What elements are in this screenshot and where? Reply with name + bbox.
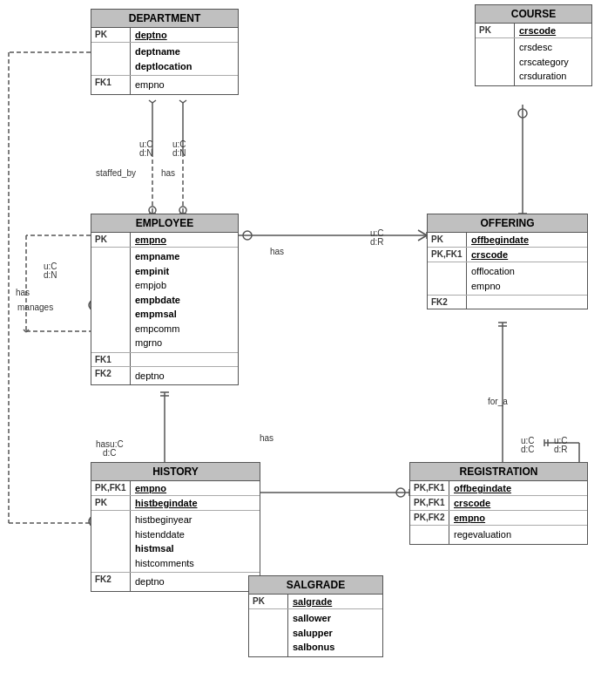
salgrade-title: SALGRADE [249, 576, 382, 595]
svg-line-41 [26, 330, 29, 332]
label-has-hist-reg: has [260, 433, 273, 443]
reg-pk-empty [410, 526, 449, 544]
course-pk-empty [476, 38, 515, 85]
emp-attr-deptno: deptno [135, 369, 165, 384]
sal-attr-salgrade: salgrade [293, 596, 332, 607]
svg-line-34 [149, 100, 152, 103]
dept-pk-empty [91, 43, 131, 75]
history-title: HISTORY [91, 463, 260, 481]
svg-line-35 [152, 100, 156, 103]
dept-attr-deptlocation: deptlocation [135, 59, 192, 74]
label-has-dept-emp: has [161, 168, 175, 178]
label-dn-dept-staffed: d:N [139, 148, 153, 158]
emp-attr-empmsal: empmsal [135, 307, 180, 322]
emp-attr-mgrno: mgrno [135, 336, 180, 350]
course-attr-crscategory: crscategory [519, 55, 569, 70]
dept-pk1: PK [91, 28, 131, 42]
emp-attr-empname: empname [135, 249, 180, 264]
course-pk1: PK [476, 24, 515, 37]
label-dn-manages: d:N [44, 270, 57, 280]
label-dr-reg2: d:R [554, 445, 568, 454]
label-has-left: has [16, 288, 30, 297]
sal-attr-salupper: salupper [293, 626, 334, 641]
history-entity: HISTORY PK,FK1 empno PK histbegindate hi… [91, 462, 260, 592]
emp-attr-empbdate: empbdate [135, 293, 180, 308]
course-attr-crsduration: crsduration [519, 69, 569, 84]
dept-attr-empno: empno [135, 78, 165, 92]
emp-fk1: FK1 [91, 353, 131, 366]
offering-entity: OFFERING PK offbegindate PK,FK1 crscode … [427, 214, 588, 309]
off-pk-empty [428, 262, 467, 295]
emp-pk-empty [91, 248, 131, 352]
dept-attr-deptname: deptname [135, 44, 192, 59]
label-dc-reg1: d:C [521, 445, 535, 454]
reg-attr-crscode: crscode [454, 498, 490, 508]
dept-attr-deptno: deptno [135, 30, 167, 40]
reg-attr-empno: empno [454, 513, 485, 523]
hist-attr-histenddate: histenddate [135, 527, 194, 542]
off-fk2: FK2 [428, 296, 467, 309]
off-attr-offbegindate: offbegindate [471, 234, 529, 245]
svg-line-36 [179, 100, 183, 103]
hist-attr-histbeginyear: histbeginyear [135, 513, 194, 527]
sal-attr-sallower: sallower [293, 611, 334, 626]
hist-pk-empty [91, 511, 131, 572]
emp-pk1: PK [91, 233, 131, 247]
registration-title: REGISTRATION [410, 463, 587, 481]
off-pk1: PK [428, 233, 467, 247]
salgrade-entity: SALGRADE PK salgrade sallower salupper s… [248, 575, 383, 657]
label-dc-hist: d:C [103, 448, 117, 458]
off-pkfk1: PK,FK1 [428, 248, 467, 262]
svg-line-11 [418, 230, 427, 235]
department-title: DEPARTMENT [91, 10, 238, 28]
svg-line-40 [24, 330, 26, 332]
emp-attr-empinit: empinit [135, 264, 180, 279]
svg-point-13 [243, 231, 252, 240]
reg-attr-offbegindate: offbegindate [454, 483, 511, 493]
label-fora: for_a [488, 397, 508, 406]
svg-line-12 [418, 235, 427, 241]
label-dn-dept-has: d:N [172, 148, 186, 158]
hist-attr-deptno: deptno [135, 574, 165, 589]
svg-point-27 [396, 488, 405, 497]
emp-attr-empno: empno [135, 234, 166, 245]
erd-diagram: DEPARTMENT PK deptno deptname deptlocati… [0, 0, 601, 700]
employee-entity: EMPLOYEE PK empno empname empinit empjob… [91, 214, 239, 385]
course-attr-crsdesc: crsdesc [519, 40, 569, 55]
emp-attr-empcomm: empcomm [135, 322, 180, 336]
hist-fk2: FK2 [91, 573, 131, 591]
off-attr-empno: empno [471, 279, 515, 294]
sal-pk-empty [249, 609, 288, 656]
label-manages: manages [17, 302, 53, 312]
hist-attr-histmsal: histmsal [135, 541, 194, 556]
course-title: COURSE [476, 5, 591, 24]
hist-attr-histcomments: histcomments [135, 556, 194, 571]
sal-pk1: PK [249, 595, 288, 608]
offering-title: OFFERING [428, 214, 587, 233]
reg-pkfk1a: PK,FK1 [410, 481, 449, 495]
svg-line-37 [183, 100, 186, 103]
off-attr-crscode: crscode [471, 249, 508, 260]
course-entity: COURSE PK crscode crsdesc crscategory cr… [475, 4, 592, 86]
dept-fk1: FK1 [91, 76, 131, 94]
label-has-emp-off: has [270, 247, 284, 256]
employee-title: EMPLOYEE [91, 214, 238, 233]
label-staffed-by: staffed_by [96, 168, 136, 178]
sal-attr-salbonus: salbonus [293, 640, 334, 655]
hist-attr-histbegindate: histbegindate [135, 498, 198, 508]
emp-attr-empjob: empjob [135, 278, 180, 293]
reg-pkfk2: PK,FK2 [410, 511, 449, 525]
svg-point-17 [518, 109, 527, 118]
off-attr-offlocation: offlocation [471, 264, 515, 279]
svg-point-30 [149, 207, 156, 214]
registration-entity: REGISTRATION PK,FK1 offbegindate PK,FK1 … [409, 462, 588, 545]
course-attr-crscode: crscode [519, 25, 556, 36]
department-entity: DEPARTMENT PK deptno deptname deptlocati… [91, 9, 239, 95]
reg-attr-regevaluation: regevaluation [454, 527, 511, 542]
hist-pkfk1: PK,FK1 [91, 481, 131, 495]
hist-attr-empno: empno [135, 483, 166, 493]
label-dr-off: d:R [370, 237, 384, 247]
emp-fk2: FK2 [91, 367, 131, 385]
reg-pkfk1b: PK,FK1 [410, 496, 449, 510]
svg-point-32 [179, 207, 186, 214]
